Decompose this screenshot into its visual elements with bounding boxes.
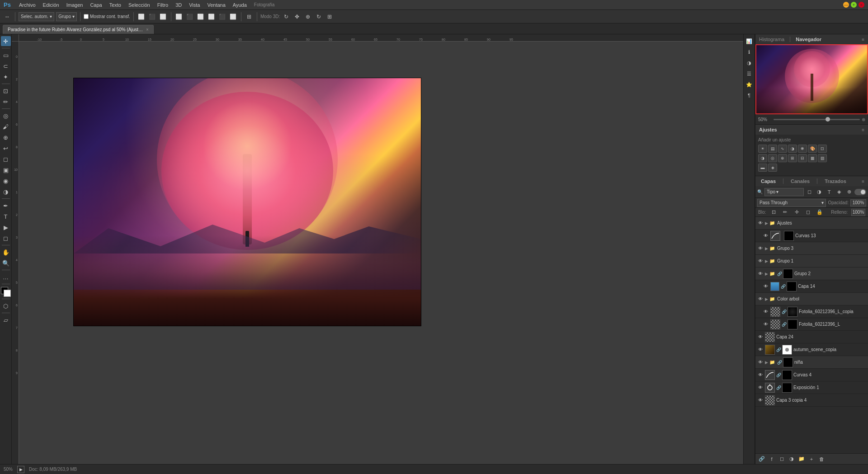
select-auto-dropdown[interactable]: Selec. autom. ▾	[19, 12, 54, 21]
layer-item[interactable]: 👁 Capa 24	[755, 331, 868, 343]
exposure-adj-icon[interactable]: ◑	[788, 145, 797, 153]
curves-adj-icon[interactable]: ∿	[778, 145, 787, 153]
color-lookup-icon[interactable]: ⊞	[788, 154, 797, 162]
layers-list[interactable]: 👁 ▶ 📁 Ajustes 👁 Curvas 13	[755, 217, 868, 453]
opacity-value[interactable]: 100%	[850, 199, 866, 206]
layer-item[interactable]: 👁 ▶ 📁 Ajustes	[755, 217, 868, 230]
layer-visibility-toggle[interactable]: 👁	[757, 220, 764, 226]
layer-item[interactable]: 👁 🔗 autumn_scene_copia	[755, 343, 868, 356]
menu-filtro[interactable]: Filtro	[154, 0, 172, 10]
colorbalance-adj-icon[interactable]: ⊡	[818, 145, 827, 153]
layer-visibility-toggle[interactable]: 👁	[757, 397, 764, 404]
canvas-area[interactable]: -10 -5 0 5 10 15 20 25 30 35 40 45 50 55…	[12, 34, 743, 464]
align-middle-v-icon[interactable]: ⬛	[185, 12, 194, 21]
group-collapse-arrow[interactable]: ▶	[765, 297, 768, 301]
hsl-adj-icon[interactable]: 🎨	[808, 145, 817, 153]
selective-color-icon[interactable]: ◈	[768, 164, 777, 172]
link-layers-btn[interactable]: 🔗	[757, 455, 766, 463]
navigator-panel-header[interactable]: Histograma Navegador ≡	[755, 34, 868, 44]
align-right-icon[interactable]: ⬜	[159, 12, 168, 21]
layer-item[interactable]: 👁 🔗 Exposición 1	[755, 381, 868, 394]
layer-visibility-toggle[interactable]: 👁	[757, 245, 764, 252]
distribute-right-icon[interactable]: ⬜	[229, 12, 238, 21]
layer-visibility-toggle[interactable]: 👁	[763, 309, 769, 315]
tab-document[interactable]: Paradise in the future Rubén Álvarez Gon…	[3, 25, 154, 34]
text-tool[interactable]: T	[1, 211, 11, 221]
add-group-btn[interactable]: 📁	[797, 455, 806, 463]
group-collapse-arrow[interactable]: ▶	[765, 221, 768, 225]
bw-adj-icon[interactable]: ◑	[758, 154, 767, 162]
brush-tool[interactable]: 🖌	[1, 122, 11, 131]
layer-visibility-toggle[interactable]: 👁	[757, 296, 764, 302]
add-adjustment-btn[interactable]: ◑	[787, 455, 796, 463]
group-collapse-arrow[interactable]: ▶	[765, 272, 768, 276]
channel-mixer-icon[interactable]: ⊕	[778, 154, 787, 162]
layer-type-filter[interactable]: Tipo ▾	[764, 188, 804, 196]
group-dropdown[interactable]: Grupo ▾	[56, 12, 77, 21]
layer-item[interactable]: 👁 ▶ 📁 Color arbol	[755, 293, 868, 305]
layer-filter-toggle[interactable]	[854, 189, 866, 195]
eraser-tool[interactable]: ◻	[1, 154, 11, 164]
lock-paint-btn[interactable]: ✏	[781, 208, 789, 216]
crop-tool[interactable]: ⊡	[1, 86, 11, 96]
menu-ayuda[interactable]: Ayuda	[229, 0, 250, 10]
layers-tab[interactable]: Capas	[759, 178, 778, 184]
group-collapse-arrow[interactable]: ▶	[765, 360, 768, 365]
filter-text-btn[interactable]: T	[825, 188, 834, 196]
layer-item[interactable]: 👁 🔗 Curvas 4	[755, 369, 868, 381]
paragraph-icon[interactable]: ¶	[744, 90, 754, 100]
layer-item[interactable]: 👁 🔗 Fotolia_60212396_L	[755, 318, 868, 331]
eyedropper-tool[interactable]: ✏	[1, 97, 11, 107]
paths-tab[interactable]: Trazados	[823, 178, 848, 184]
foreground-color[interactable]	[1, 287, 11, 297]
vibrance-adj-icon[interactable]: ❋	[798, 145, 807, 153]
add-layer-btn[interactable]: +	[807, 455, 816, 463]
zoom-slider-thumb[interactable]	[826, 117, 830, 122]
menu-texto[interactable]: Texto	[106, 0, 125, 10]
3d-roll-icon[interactable]: ↻	[314, 12, 323, 21]
panel-collapse-icon[interactable]: ≡	[862, 37, 864, 42]
zoom-max-button[interactable]: ⊕	[862, 117, 865, 122]
move-tool-options[interactable]: ↔	[3, 12, 12, 21]
dodge-tool[interactable]: ◑	[1, 187, 11, 197]
layer-item[interactable]: 👁 ▶ 📁 🔗 Grupo 2	[755, 268, 868, 280]
menu-3d[interactable]: 3D	[172, 0, 185, 10]
extra-tools[interactable]: …	[1, 272, 11, 282]
layer-item[interactable]: 👁 Curvas 13	[755, 230, 868, 242]
pen-tool[interactable]: ✒	[1, 201, 11, 211]
layer-item[interactable]: 👁 🔗 Capa 14	[755, 280, 868, 293]
filter-adj-btn[interactable]: ◑	[815, 188, 824, 196]
3d-slide-icon[interactable]: ⊞	[325, 12, 334, 21]
layer-visibility-toggle[interactable]: 👁	[757, 372, 764, 378]
filter-smart-btn[interactable]: ⊕	[844, 188, 854, 196]
history-brush-tool[interactable]: ↩	[1, 143, 11, 153]
quick-mask-toggle[interactable]: ⬡	[1, 301, 11, 311]
move-tool[interactable]: ✛	[1, 36, 11, 46]
properties-icon[interactable]: ℹ	[744, 47, 754, 57]
path-select-tool[interactable]: ▶	[1, 222, 11, 232]
navigator-tab[interactable]: Navegador	[796, 37, 821, 42]
layer-visibility-toggle[interactable]: 👁	[763, 233, 769, 239]
gradient-map-icon[interactable]: ▬	[758, 164, 767, 172]
distribute-center-h-icon[interactable]: ⬛	[218, 12, 227, 21]
3d-rotate-icon[interactable]: ↻	[282, 12, 291, 21]
maximize-button[interactable]: +	[851, 2, 857, 8]
blur-tool[interactable]: ◉	[1, 176, 11, 186]
style-icon[interactable]: ⭐	[744, 80, 754, 89]
channels-tab[interactable]: Canales	[789, 178, 811, 184]
gradient-tool[interactable]: ▣	[1, 165, 11, 175]
group-collapse-arrow[interactable]: ▶	[765, 246, 768, 251]
shape-tool[interactable]: ◻	[1, 233, 11, 243]
delete-layer-btn[interactable]: 🗑	[817, 455, 826, 463]
layer-visibility-toggle[interactable]: 👁	[757, 334, 764, 340]
menu-capa[interactable]: Capa	[86, 0, 105, 10]
menu-ventana[interactable]: Ventana	[203, 0, 229, 10]
align-left-icon[interactable]: ⬜	[137, 12, 146, 21]
minimize-button[interactable]: —	[843, 2, 849, 8]
distribute-grid-icon[interactable]: ⊞	[245, 12, 254, 21]
spot-heal-tool[interactable]: ◎	[1, 111, 11, 121]
lock-artboard-btn[interactable]: ◻	[804, 208, 812, 216]
layer-visibility-toggle[interactable]: 👁	[757, 258, 764, 264]
layers-collapse-icon[interactable]: ≡	[862, 179, 864, 184]
brightness-adj-icon[interactable]: ☀	[758, 145, 767, 153]
